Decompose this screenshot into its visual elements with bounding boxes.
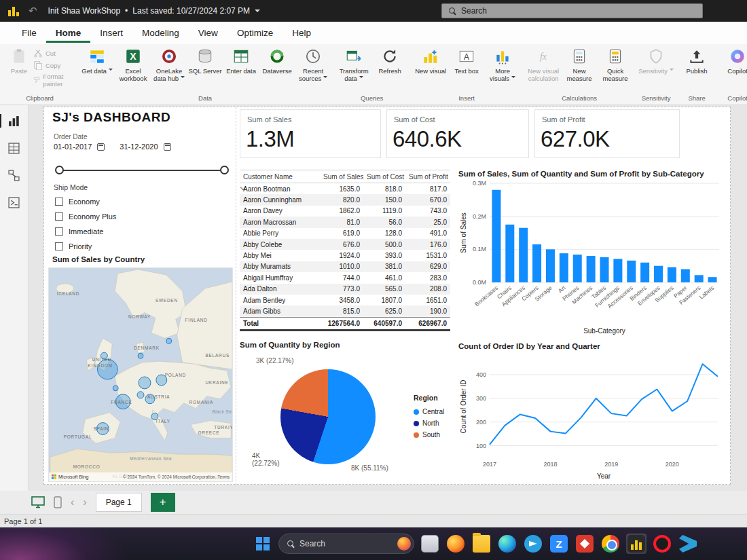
new-page-button[interactable]: + xyxy=(151,493,175,512)
kpi-card-sales[interactable]: Sum of Sales 1.3M xyxy=(240,109,381,158)
report-page[interactable]: SJ's DASHBOARD Order Date 01-01-2017 31-… xyxy=(43,107,731,485)
titlebar-search-input[interactable]: Search xyxy=(441,3,703,18)
customer-table[interactable]: Customer NameSum of SalesSum of CostSum … xyxy=(240,170,450,333)
undo-icon[interactable]: ↶ xyxy=(29,5,37,17)
table-row[interactable]: Adam Gibbs815.0625.0190.0 xyxy=(240,305,450,316)
order-date-slicer-header[interactable]: Order Date xyxy=(54,133,248,141)
taskbar-red-app[interactable] xyxy=(575,534,595,554)
sales-by-country-map[interactable]: ICELANDNORWAYSWEDENFINLANDDENMARKUNITEDK… xyxy=(48,267,233,482)
table-row[interactable]: Aaron Bootman1635.0818.0817.0 xyxy=(240,183,450,194)
menu-file[interactable]: File xyxy=(12,23,46,43)
end-date-input[interactable]: 31-12-2020 xyxy=(120,143,158,151)
ribbon-button-get-data[interactable]: Get data xyxy=(79,45,115,75)
table-row[interactable]: Aaron Davey1862.01119.0743.0 xyxy=(240,206,450,217)
table-total-row[interactable]: Total1267564.0640597.0626967.0 xyxy=(240,317,450,331)
ribbon-button-refresh[interactable]: Refresh xyxy=(372,45,407,75)
desktop-view-icon[interactable] xyxy=(31,496,45,508)
menu-insert[interactable]: Insert xyxy=(90,23,132,43)
slider-handle-left[interactable] xyxy=(55,166,64,174)
slider-handle-right[interactable] xyxy=(220,166,229,174)
mobile-view-icon[interactable] xyxy=(54,496,62,508)
checkbox-icon[interactable] xyxy=(55,198,63,206)
ribbon-button-new-measure[interactable]: New measure xyxy=(562,45,597,82)
taskbar-firefox[interactable] xyxy=(445,534,466,554)
ribbon-button-sensitivity[interactable]: Sensitivity xyxy=(638,45,674,75)
legend-item-south[interactable]: South xyxy=(414,429,444,441)
checkbox-icon[interactable] xyxy=(55,242,63,250)
orders-by-year-chart[interactable]: Count of Order ID by Year and Quarter 10… xyxy=(458,342,727,485)
ribbon-button-format-painter[interactable]: Format painter xyxy=(33,73,74,88)
ribbon-button-new-visual-calculation[interactable]: fxNew visual calculation xyxy=(526,45,561,82)
date-range-slider[interactable] xyxy=(56,166,227,175)
page-tab[interactable]: Page 1 xyxy=(96,493,142,512)
ribbon-button-new-visual[interactable]: New visual xyxy=(413,45,448,75)
taskbar-opera[interactable] xyxy=(652,534,672,554)
chevron-down-icon[interactable] xyxy=(255,10,260,15)
table-row[interactable]: Aaron Cunningham820.0150.0670.0 xyxy=(240,194,450,205)
ribbon-button-copilot[interactable]: Copilot xyxy=(720,45,747,75)
sales-by-subcategory-chart[interactable]: Sum of Sales, Sum of Quantity and Sum of… xyxy=(458,170,727,341)
statusbar: Page 1 of 1 xyxy=(0,514,747,527)
table-row[interactable]: Abby Colebe676.0500.0176.0 xyxy=(240,239,450,250)
start-date-input[interactable]: 01-01-2017 xyxy=(54,143,92,151)
start-button[interactable] xyxy=(253,534,273,554)
calendar-icon[interactable] xyxy=(97,143,105,151)
table-header-row[interactable]: Customer NameSum of SalesSum of CostSum … xyxy=(240,170,450,183)
kpi-card-cost[interactable]: Sum of Cost 640.6K xyxy=(386,109,529,158)
taskbar-power-bi[interactable] xyxy=(626,534,646,554)
ship-mode-option-priority[interactable]: Priority xyxy=(55,239,116,254)
ship-mode-option-immediate[interactable]: Immediate xyxy=(55,224,116,239)
checkbox-icon[interactable] xyxy=(55,227,63,236)
quantity-by-region-chart[interactable]: 3K (22.17%) 4K (22.72%) 8K (55.11%) Regi… xyxy=(240,352,454,483)
ship-mode-slicer-header[interactable]: Ship Mode xyxy=(54,183,248,191)
pie[interactable] xyxy=(280,369,376,464)
table-row[interactable]: Adam Bentley3458.01807.01651.0 xyxy=(240,295,450,305)
ribbon-button-onelake-data-hub[interactable]: OneLake data hub xyxy=(151,45,187,82)
menu-view[interactable]: View xyxy=(189,23,227,43)
legend-item-north[interactable]: North xyxy=(414,417,444,429)
ribbon-button-dataverse[interactable]: Dataverse xyxy=(259,45,295,75)
ribbon-button-quick-measure[interactable]: Quick measure xyxy=(598,45,633,82)
taskbar-search[interactable]: Search xyxy=(278,534,414,554)
taskbar-edge[interactable] xyxy=(497,534,517,554)
table-row[interactable]: Abby Mei1924.0393.01531.0 xyxy=(240,250,450,261)
table-view-button[interactable] xyxy=(5,139,24,157)
taskbar-zoom[interactable]: Z xyxy=(549,534,569,554)
table-row[interactable]: Abbie Perry619.0128.0491.0 xyxy=(240,228,450,239)
table-row[interactable]: Abby Muramats1010.0381.0629.0 xyxy=(240,261,450,272)
ribbon-button-cut[interactable]: Cut xyxy=(33,48,74,58)
report-view-button[interactable] xyxy=(5,112,24,130)
ribbon-button-text-box[interactable]: AText box xyxy=(449,45,484,75)
taskbar-file-explorer[interactable] xyxy=(471,534,492,554)
ribbon-button-transform-data[interactable]: Transform data xyxy=(336,45,371,82)
ribbon-button-enter-data[interactable]: Enter data xyxy=(223,45,259,75)
ribbon-button-more-visuals[interactable]: More visuals xyxy=(485,45,520,82)
menu-help[interactable]: Help xyxy=(283,23,321,43)
ribbon-button-sql-server[interactable]: SQL Server xyxy=(187,45,223,75)
menu-optimize[interactable]: Optimize xyxy=(227,23,283,43)
taskbar-telegram[interactable] xyxy=(523,534,543,554)
taskbar-chrome[interactable] xyxy=(600,534,621,554)
menu-home[interactable]: Home xyxy=(46,23,91,43)
ship-mode-option-economy[interactable]: Economy xyxy=(55,194,116,209)
menu-modeling[interactable]: Modeling xyxy=(132,23,189,43)
taskbar-app-window[interactable] xyxy=(420,534,440,554)
ship-mode-option-economy-plus[interactable]: Economy Plus xyxy=(55,209,116,224)
table-row[interactable]: Ada Dalton773.0565.0208.0 xyxy=(240,284,450,295)
ribbon-button-recent-sources[interactable]: Recent sources xyxy=(295,45,331,82)
ribbon-button-copy[interactable]: Copy xyxy=(33,60,74,70)
kpi-card-profit[interactable]: Sum of Profit 627.0K xyxy=(534,109,680,158)
checkbox-icon[interactable] xyxy=(55,212,63,221)
taskbar-vscode[interactable] xyxy=(678,534,698,554)
ribbon-button-excel-workbook[interactable]: XExcel workbook xyxy=(115,45,151,82)
legend-item-central[interactable]: Central xyxy=(414,406,444,417)
prev-page-arrow[interactable]: ‹ xyxy=(71,497,74,508)
model-view-button[interactable] xyxy=(5,166,24,184)
table-row[interactable]: Aaron Macrossan81.056.025.0 xyxy=(240,217,450,227)
dax-query-view-button[interactable] xyxy=(5,193,24,211)
ribbon-button-publish[interactable]: Publish xyxy=(679,45,714,75)
next-page-arrow[interactable]: › xyxy=(83,497,86,508)
calendar-icon[interactable] xyxy=(164,143,171,151)
table-row[interactable]: Abigail Humffray744.0461.0283.0 xyxy=(240,272,450,283)
ribbon-button-paste[interactable]: Paste xyxy=(5,45,33,75)
